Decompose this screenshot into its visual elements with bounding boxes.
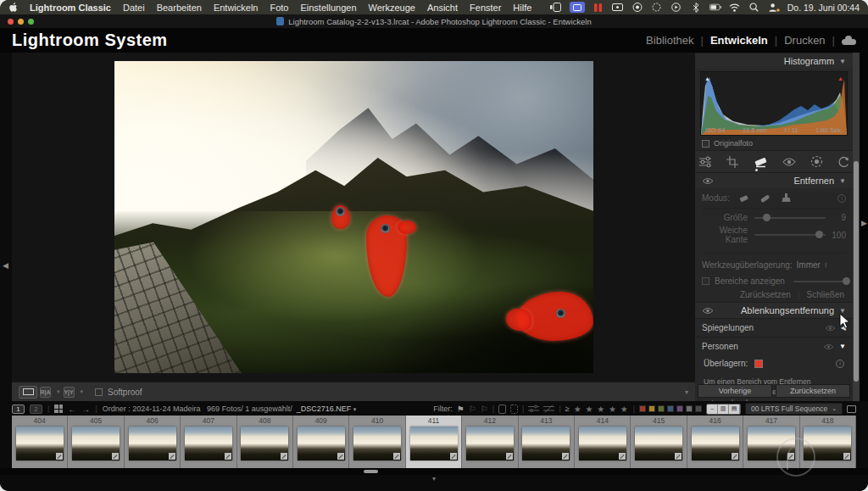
masking-tool-icon[interactable] [810, 155, 823, 168]
grid-view-icon[interactable] [54, 405, 63, 413]
feather-value[interactable]: 100 [826, 231, 846, 240]
remove-reset-button[interactable]: Zurücksetzen [740, 290, 791, 299]
thumb-image[interactable] [185, 427, 232, 460]
softproof-checkbox[interactable] [95, 388, 103, 396]
reset-button[interactable]: Zurücksetzen [776, 384, 850, 398]
thumb-image[interactable] [129, 427, 176, 460]
rating-filter-icon[interactable] [528, 405, 539, 413]
mode-info-icon[interactable]: i [837, 194, 846, 203]
distraction-panel-header[interactable]: Ablenkungsentfernung ▼ [695, 302, 853, 318]
flag-pick-icon[interactable]: ⚑ [457, 405, 465, 414]
filmstrip-thumb-416[interactable]: 416 [687, 416, 743, 468]
remove-close-button[interactable]: Schließen [807, 290, 844, 299]
filmstrip-source[interactable]: Ordner : 2024-11-24 Madeira 969 Fotos/ 1… [103, 405, 357, 413]
thumb-image[interactable] [16, 427, 64, 460]
size-slider[interactable] [754, 217, 826, 219]
feather-slider[interactable] [754, 234, 826, 236]
thumb-image[interactable] [466, 427, 514, 460]
remove-collapse-icon[interactable]: ▼ [839, 177, 846, 185]
filmstrip-thumb-415[interactable]: 415 [631, 416, 687, 468]
filmstrip-thumb-414[interactable]: 414 [575, 416, 631, 468]
edit-tool-icon[interactable] [698, 156, 712, 168]
thumb-image[interactable] [72, 427, 120, 460]
reference-view-button[interactable]: R|A [40, 387, 51, 398]
redeye-tool-icon[interactable] [782, 157, 796, 167]
thumb-image[interactable] [579, 427, 626, 460]
rating-stars[interactable]: ★ ★ ★ ★ ★ [574, 405, 629, 414]
tool-overlay-stepper-icon[interactable]: ↕ [824, 261, 827, 269]
display-icon[interactable] [612, 2, 624, 13]
histogram-collapse-icon[interactable]: ▼ [839, 58, 846, 65]
active-app-icon[interactable] [570, 2, 585, 13]
overlay-color-swatch[interactable] [754, 360, 763, 368]
module-bibliothek[interactable]: Bibliothek [646, 34, 693, 47]
filmstrip-thumb-409[interactable]: 409 [293, 416, 349, 468]
cloud-sync-icon[interactable] [842, 36, 856, 45]
filmstrip-scrollbar[interactable] [0, 468, 868, 475]
sort-dropdown[interactable]: 00 LRTS Full Sequence⌄ [745, 403, 843, 415]
removal-pin-1[interactable] [336, 207, 345, 216]
people-row[interactable]: Personen ▼ [695, 337, 853, 355]
menu-item-fenster[interactable]: Fenster [470, 3, 501, 13]
menu-item-werkzeuge[interactable]: Werkzeuge [369, 3, 415, 13]
next-photo-icon[interactable]: → [81, 405, 90, 414]
filmstrip-thumb-413[interactable]: 413 [519, 416, 575, 468]
show-areas-checkbox[interactable] [702, 277, 709, 285]
menu-item-datei[interactable]: Datei [123, 3, 145, 13]
right-panel-edge[interactable]: ▶ [860, 53, 868, 401]
mode-heal-icon[interactable] [760, 193, 771, 204]
play-icon[interactable] [670, 2, 682, 13]
removal-pin-2[interactable] [381, 224, 390, 233]
menu-item-ansicht[interactable]: Ansicht [427, 3, 458, 13]
filmstrip-scroll-thumb[interactable] [364, 470, 378, 473]
previous-button[interactable]: Vorherige [698, 384, 772, 398]
menu-item-hilfe[interactable]: Hilfe [513, 3, 531, 13]
stage-manager-icon[interactable] [550, 2, 562, 13]
panel-scrollbar[interactable] [853, 53, 860, 401]
color-label-chip[interactable] [695, 405, 702, 412]
toolbar-options-caret-icon[interactable]: ▾ [685, 388, 688, 396]
color-label-chip[interactable] [648, 405, 655, 412]
show-left-panel-icon[interactable]: ◀ [3, 261, 8, 270]
panel-eye-icon[interactable] [702, 177, 714, 185]
second-window-button[interactable]: 2 [30, 405, 42, 414]
battery-icon[interactable] [709, 2, 721, 13]
color-label-chip[interactable] [676, 405, 683, 412]
filmstrip-thumb-405[interactable]: 405 [68, 416, 124, 468]
removal-pin-3[interactable] [556, 309, 565, 318]
before-after-button[interactable]: Y|Y [64, 387, 75, 398]
edited-filter-icon[interactable] [498, 405, 506, 414]
mode-clone-icon[interactable] [781, 192, 792, 204]
spotlight-icon[interactable] [748, 2, 760, 13]
people-eye-icon[interactable] [823, 343, 834, 350]
highlight-clipping-icon[interactable]: ▲ [836, 74, 845, 83]
previous-photo-icon[interactable]: ← [68, 405, 76, 414]
reflections-row[interactable]: Spiegelungen ◀ [695, 318, 853, 337]
filmstrip-thumb-408[interactable]: 408 [237, 416, 293, 468]
thumb-image[interactable] [410, 427, 458, 460]
histogram-header[interactable]: Histogramm ▼ [695, 53, 853, 69]
menu-clock[interactable]: Do. 19. Juni 00:44 [787, 3, 860, 13]
hide-right-panel-icon[interactable]: ▶ [861, 219, 867, 227]
reflections-eye-icon[interactable] [825, 325, 836, 332]
module-drucken[interactable]: Drucken [784, 34, 825, 47]
unedited-filter-icon[interactable] [510, 405, 518, 414]
thumb-image[interactable] [298, 427, 345, 460]
color-label-chip[interactable] [658, 405, 665, 412]
filmstrip-thumb-406[interactable]: 406 [125, 416, 181, 468]
loupe-view-button[interactable] [19, 386, 37, 399]
recording-indicator-icon[interactable] [593, 2, 604, 13]
filmstrip-thumb-411[interactable]: 411 [406, 416, 462, 468]
show-areas-slider[interactable] [793, 281, 846, 282]
traffic-lights[interactable] [8, 19, 34, 25]
user-account-icon[interactable] [768, 2, 780, 13]
size-value[interactable]: 9 [826, 213, 846, 222]
thumb-image[interactable] [241, 427, 288, 460]
thumb-image[interactable] [635, 427, 682, 460]
crop-tool-icon[interactable] [726, 156, 739, 168]
tool-overlay-value[interactable]: Immer [797, 260, 821, 270]
flag-unflagged-icon[interactable]: ⚐ [469, 405, 476, 414]
flag-reject-icon[interactable]: ⚐ [481, 405, 488, 414]
remove-panel-header[interactable]: Entfernen ▼ [695, 172, 853, 188]
filmstrip-thumb-410[interactable]: 410 [349, 416, 405, 468]
